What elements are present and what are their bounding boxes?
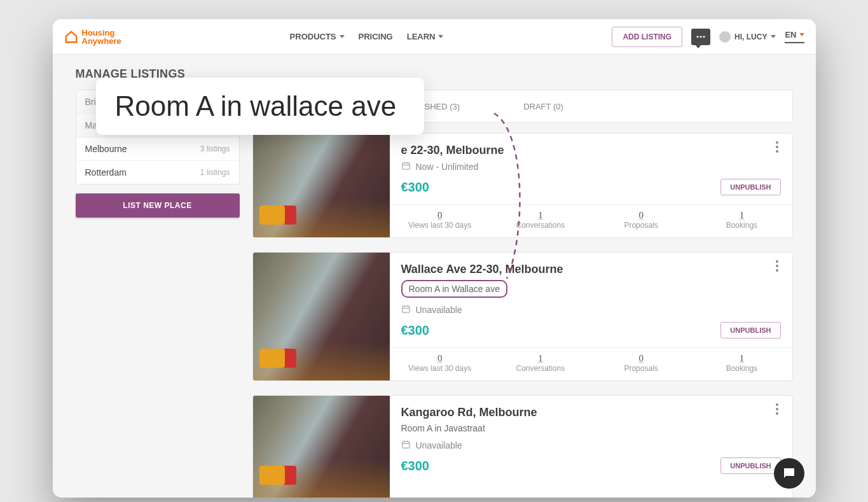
listing-title[interactable]: e 22-30, Melbourne (401, 144, 781, 157)
unpublish-button[interactable]: UNPUBLISH (720, 457, 780, 474)
stat-conv-value: 1 (490, 353, 591, 364)
listing-price: €300 (401, 180, 430, 195)
listing-stats: 0Views last 30 days 1Conversations 0Prop… (390, 204, 792, 237)
availability-text: Unavailable (416, 440, 462, 450)
availability-text: Now - Unlimited (416, 162, 479, 172)
greeting-label: HI, LUCY (734, 32, 767, 41)
chevron-down-icon (771, 35, 776, 38)
brand-line1: Housing (82, 29, 121, 37)
brand-logo[interactable]: Housing Anywhere (64, 29, 121, 45)
more-options-icon[interactable] (771, 403, 783, 415)
avatar-icon (719, 31, 731, 43)
stat-views-label: Views last 30 days (390, 364, 490, 373)
header-right: ADD LISTING HI, LUCY EN (612, 27, 804, 47)
calendar-icon (401, 304, 411, 316)
stat-conv-label: Conversations (490, 364, 591, 373)
calendar-icon (401, 440, 411, 451)
chevron-down-icon (438, 35, 443, 38)
stat-prop-label: Proposals (591, 364, 691, 373)
svg-rect-8 (402, 442, 409, 448)
stat-views-value: 0 (390, 353, 490, 364)
stat-book-label: Bookings (691, 221, 792, 230)
city-name: Melbourne (85, 144, 127, 154)
listing-title[interactable]: Kangaroo Rd, Melbourne (401, 406, 781, 419)
listing-price: €300 (401, 323, 430, 338)
city-row-melbourne[interactable]: Melbourne 3 listings (76, 137, 239, 160)
list-new-place-button[interactable]: LIST NEW PLACE (76, 193, 240, 218)
stat-conv-value: 1 (490, 210, 591, 221)
stat-book-value: 1 (691, 210, 792, 221)
stat-conv-label: Conversations (490, 221, 591, 230)
stat-prop-value: 0 (591, 353, 691, 364)
listing-card: e 22-30, Melbourne Now - Unlimited €300 … (252, 133, 793, 238)
stat-views-value: 0 (390, 210, 490, 221)
stat-book-label: Bookings (691, 364, 792, 373)
chat-launcher-icon[interactable] (774, 458, 804, 489)
stat-prop-label: Proposals (591, 221, 691, 230)
unpublish-button[interactable]: UNPUBLISH (720, 322, 780, 338)
user-menu[interactable]: HI, LUCY (719, 31, 776, 43)
listing-price: €300 (401, 459, 430, 473)
listing-thumbnail[interactable] (253, 134, 390, 237)
svg-rect-0 (402, 163, 409, 169)
city-name: Rotterdam (85, 167, 127, 178)
language-selector[interactable]: EN (785, 30, 804, 43)
listing-card: Wallace Ave 22-30, Melbourne Room A in W… (252, 252, 793, 381)
brand-line2: Anywhere (82, 37, 121, 45)
listing-thumbnail[interactable] (253, 396, 390, 498)
more-options-icon[interactable] (771, 260, 783, 272)
stat-views-label: Views last 30 days (390, 221, 490, 230)
listing-card: Kangaroo Rd, Melbourne Room A in Javastr… (252, 395, 793, 498)
nav-center: PRODUCTS PRICING LEARN (290, 32, 444, 41)
callout-tooltip: Room A in wallace ave (96, 78, 425, 135)
caret-down-icon (799, 33, 804, 36)
add-listing-button[interactable]: ADD LISTING (612, 27, 682, 47)
svg-rect-4 (402, 306, 409, 312)
listing-subtitle: Room A in Javastraat (401, 423, 781, 433)
listing-title[interactable]: Wallace Ave 22-30, Melbourne (401, 263, 781, 276)
more-options-icon[interactable] (771, 141, 783, 153)
listing-thumbnail[interactable] (253, 253, 390, 380)
calendar-icon (401, 161, 411, 172)
listing-subtitle: Room A in Wallace ave (401, 280, 507, 298)
unpublish-button[interactable]: UNPUBLISH (720, 179, 780, 195)
app-header: Housing Anywhere PRODUCTS PRICING LEARN … (53, 19, 816, 55)
availability-row: Unavailable (401, 440, 781, 451)
nav-pricing[interactable]: PRICING (359, 32, 393, 41)
availability-row: Unavailable (401, 304, 781, 316)
messages-icon[interactable] (691, 29, 710, 45)
nav-products[interactable]: PRODUCTS (290, 32, 345, 41)
stat-book-value: 1 (691, 353, 792, 364)
stat-prop-value: 0 (591, 210, 691, 221)
nav-learn[interactable]: LEARN (407, 32, 444, 41)
tab-draft[interactable]: DRAFT (0) (523, 102, 563, 111)
availability-row: Now - Unlimited (401, 161, 781, 172)
chevron-down-icon (340, 35, 345, 38)
lang-label: EN (785, 30, 796, 39)
city-row-rotterdam[interactable]: Rotterdam 1 listings (76, 160, 239, 184)
listing-stats: 0Views last 30 days 1Conversations 0Prop… (390, 347, 792, 380)
main-column: PUBLISHED UNPUBLISHED (3) DRAFT (0) e 22… (252, 90, 793, 498)
city-count: 3 listings (200, 144, 230, 153)
city-count: 1 listings (200, 168, 230, 177)
availability-text: Unavailable (416, 305, 462, 315)
